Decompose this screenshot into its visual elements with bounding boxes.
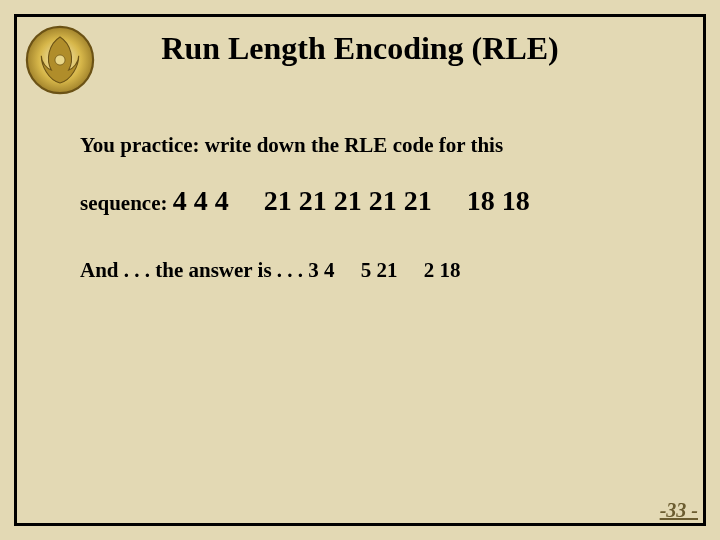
slide-title: Run Length Encoding (RLE) bbox=[0, 30, 720, 67]
sequence-label: sequence: bbox=[80, 191, 173, 215]
practice-prompt: You practice: write down the RLE code fo… bbox=[80, 130, 670, 162]
page-number: -33 - bbox=[660, 499, 698, 522]
slide: Run Length Encoding (RLE) You practice: … bbox=[0, 0, 720, 540]
answer-values: 3 4 5 21 2 18 bbox=[308, 258, 460, 282]
answer-prefix: And . . . the answer is . . . bbox=[80, 258, 308, 282]
sequence-line: sequence: 4 4 4 21 21 21 21 21 18 18 bbox=[80, 180, 670, 222]
answer-line: And . . . the answer is . . . 3 4 5 21 2… bbox=[80, 255, 670, 287]
sequence-numbers: 4 4 4 21 21 21 21 21 18 18 bbox=[173, 185, 530, 216]
